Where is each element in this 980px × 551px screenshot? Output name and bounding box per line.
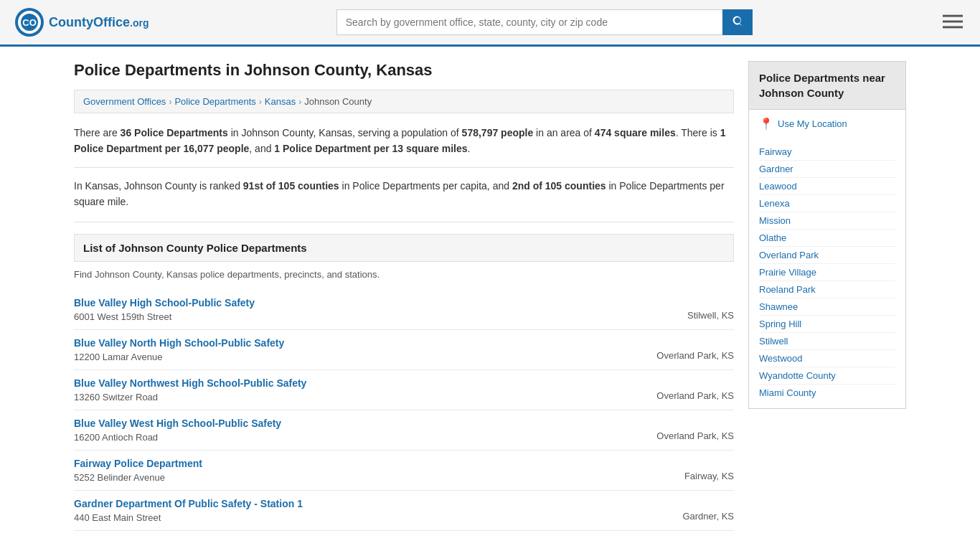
sidebar-item[interactable]: Gardner: [759, 161, 895, 178]
table-row: Blue Valley High School-Public Safety 60…: [74, 290, 734, 330]
sidebar-item[interactable]: Miami County: [759, 385, 895, 401]
search-icon: [731, 16, 744, 29]
sidebar-item[interactable]: Mission: [759, 212, 895, 230]
sidebar-item[interactable]: Spring Hill: [759, 316, 895, 333]
dept-city: Stilwell, KS: [673, 297, 734, 321]
use-location-item[interactable]: 📍 Use My Location: [759, 117, 895, 136]
department-list: Blue Valley High School-Public Safety 60…: [74, 290, 734, 531]
search-button[interactable]: [722, 9, 753, 35]
dept-name-link[interactable]: Fairway Police Department: [74, 458, 670, 469]
breadcrumb-kansas[interactable]: Kansas: [265, 96, 296, 107]
search-area: [336, 9, 753, 35]
sidebar-item[interactable]: Roeland Park: [759, 281, 895, 298]
sidebar-links: FairwayGardnerLeawoodLenexaMissionOlathe…: [759, 143, 895, 401]
breadcrumb-gov-offices[interactable]: Government Offices: [83, 96, 166, 107]
sidebar-header: Police Departments near Johnson County: [748, 61, 906, 110]
ranking-paragraph: In Kansas, Johnson County is ranked 91st…: [74, 178, 734, 222]
table-row: Blue Valley Northwest High School-Public…: [74, 370, 734, 410]
dept-name-link[interactable]: Blue Valley Northwest High School-Public…: [74, 377, 642, 389]
sidebar-item[interactable]: Prairie Village: [759, 264, 895, 281]
dept-city: Overland Park, KS: [642, 337, 734, 361]
table-row: Gardner Department Of Public Safety - St…: [74, 491, 734, 531]
dept-address: 13260 Switzer Road: [74, 392, 158, 402]
breadcrumb: Government Offices › Police Departments …: [74, 90, 734, 113]
sidebar-item[interactable]: Stilwell: [759, 333, 895, 350]
info-paragraph: There are 36 Police Departments in Johns…: [74, 125, 734, 168]
dept-address: 12200 Lamar Avenue: [74, 352, 162, 362]
list-header: List of Johnson County Police Department…: [74, 234, 734, 262]
sidebar-item[interactable]: Westwood: [759, 350, 895, 367]
sidebar: Police Departments near Johnson County 📍…: [748, 61, 906, 531]
list-subtext: Find Johnson County, Kansas police depar…: [74, 269, 734, 280]
breadcrumb-police[interactable]: Police Departments: [174, 96, 255, 107]
breadcrumb-current: Johnson County: [304, 96, 372, 107]
sidebar-item[interactable]: Olathe: [759, 230, 895, 247]
svg-rect-5: [943, 20, 963, 22]
sidebar-item[interactable]: Lenexa: [759, 195, 895, 212]
svg-rect-4: [943, 14, 963, 17]
sidebar-item[interactable]: Leawood: [759, 178, 895, 195]
svg-text:CO: CO: [22, 17, 37, 28]
dept-address: 5252 Belinder Avenue: [74, 472, 165, 483]
dept-address: 16200 Antioch Road: [74, 432, 158, 443]
bc-sep-3: ›: [298, 97, 301, 107]
dept-city: Overland Park, KS: [642, 377, 734, 401]
table-row: Blue Valley North High School-Public Saf…: [74, 330, 734, 370]
sidebar-item[interactable]: Shawnee: [759, 298, 895, 316]
bc-sep-2: ›: [259, 97, 262, 107]
search-input[interactable]: [336, 9, 722, 35]
dept-city: Overland Park, KS: [642, 418, 734, 441]
dept-address: 440 East Main Street: [74, 512, 161, 523]
sidebar-item[interactable]: Overland Park: [759, 247, 895, 264]
logo-text: CountyOffice.org: [49, 15, 149, 30]
dept-name-link[interactable]: Gardner Department Of Public Safety - St…: [74, 498, 668, 509]
sidebar-item[interactable]: Wyandotte County: [759, 367, 895, 385]
bc-sep-1: ›: [169, 97, 171, 107]
dept-name-link[interactable]: Blue Valley North High School-Public Saf…: [74, 337, 642, 349]
logo-icon: CO: [14, 7, 44, 37]
page-title: Police Departments in Johnson County, Ka…: [74, 61, 734, 80]
location-pin-icon: 📍: [759, 117, 773, 131]
menu-button[interactable]: [940, 9, 966, 37]
use-location-link[interactable]: Use My Location: [778, 118, 847, 129]
dept-city: Gardner, KS: [668, 498, 734, 522]
table-row: Fairway Police Department 5252 Belinder …: [74, 451, 734, 491]
dept-city: Fairway, KS: [670, 458, 734, 481]
dept-info: Blue Valley High School-Public Safety 60…: [74, 297, 673, 322]
dept-info: Fairway Police Department 5252 Belinder …: [74, 458, 670, 483]
logo[interactable]: CO CountyOffice.org: [14, 7, 149, 37]
svg-rect-6: [943, 26, 963, 28]
dept-info: Blue Valley North High School-Public Saf…: [74, 337, 642, 362]
dept-name-link[interactable]: Blue Valley West High School-Public Safe…: [74, 418, 642, 429]
dept-info: Blue Valley West High School-Public Safe…: [74, 418, 642, 443]
dept-info: Gardner Department Of Public Safety - St…: [74, 498, 668, 523]
dept-address: 6001 West 159th Street: [74, 311, 171, 322]
table-row: Blue Valley West High School-Public Safe…: [74, 410, 734, 451]
dept-name-link[interactable]: Blue Valley High School-Public Safety: [74, 297, 673, 309]
sidebar-item[interactable]: Fairway: [759, 143, 895, 161]
hamburger-icon: [943, 11, 963, 32]
dept-info: Blue Valley Northwest High School-Public…: [74, 377, 642, 402]
sidebar-list: 📍 Use My Location FairwayGardnerLeawoodL…: [748, 110, 906, 409]
